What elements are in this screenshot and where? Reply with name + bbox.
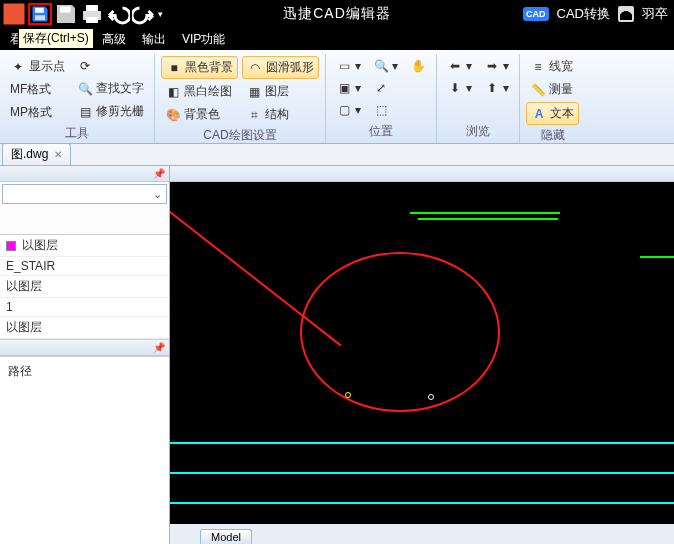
text-icon: A bbox=[531, 106, 547, 122]
saveas-button[interactable] bbox=[54, 3, 78, 25]
pos-btn-1[interactable]: ▭▾ bbox=[332, 56, 365, 76]
refresh-icon: ⟳ bbox=[77, 58, 93, 74]
layer-icon: ▦ bbox=[246, 84, 262, 100]
drawing-canvas[interactable] bbox=[170, 182, 674, 524]
list-item[interactable]: 以图层 bbox=[0, 235, 169, 257]
title-bar: ▾ 迅捷CAD编辑器 CAD CAD转换 羽卒 bbox=[0, 0, 674, 28]
trim-icon: ▤ bbox=[77, 104, 93, 120]
pos-btn-3[interactable]: ▢▾ bbox=[332, 100, 365, 120]
arrow-left-icon: ⬅ bbox=[447, 58, 463, 74]
point-icon: ✦ bbox=[10, 59, 26, 75]
palette-icon: 🎨 bbox=[165, 107, 181, 123]
group-label-tools: 工具 bbox=[65, 123, 89, 145]
layer-button[interactable]: ▦图层 bbox=[242, 81, 319, 102]
arrow-down-icon: ⬇ bbox=[447, 80, 463, 96]
anchor-point bbox=[345, 392, 351, 398]
undo-icon bbox=[106, 2, 130, 26]
pin-icon[interactable]: 📌 bbox=[153, 342, 165, 353]
svg-rect-2 bbox=[35, 15, 45, 20]
qat-dropdown[interactable]: ▾ bbox=[158, 9, 168, 19]
close-tab-icon[interactable]: ✕ bbox=[54, 149, 62, 160]
side-panel: 📌 ⌄ 以图层 E_STAIR 以图层 1 以图层 📌 路径 bbox=[0, 166, 170, 544]
arc-icon: ◠ bbox=[247, 60, 263, 76]
redo-icon bbox=[132, 2, 156, 26]
pin-icon[interactable]: 📌 bbox=[153, 168, 165, 179]
document-tab-bar: 图.dwg ✕ bbox=[0, 144, 674, 166]
document-tab[interactable]: 图.dwg ✕ bbox=[2, 143, 71, 165]
undo-button[interactable] bbox=[106, 3, 130, 25]
save-button[interactable] bbox=[28, 3, 52, 25]
black-bg-button[interactable]: ■黑色背景 bbox=[161, 56, 238, 79]
menu-vip[interactable]: VIP功能 bbox=[176, 29, 231, 50]
pane-header-top: 📌 bbox=[0, 166, 169, 182]
ribbon-group-draw-settings: ■黑色背景 ◧黑白绘图 🎨背景色 ◠圆滑弧形 ▦图层 ⌗结构 CAD绘图设置 bbox=[155, 54, 326, 143]
zoom-fit-btn[interactable]: ⤢ bbox=[369, 78, 402, 98]
search-icon: 🔍 bbox=[77, 81, 93, 97]
find-text-button[interactable]: 🔍查找文字 bbox=[73, 78, 148, 99]
document-tab-label: 图.dwg bbox=[11, 146, 48, 163]
arc-button[interactable]: ◠圆滑弧形 bbox=[242, 56, 319, 79]
wmf-button[interactable]: MF格式 bbox=[6, 79, 69, 100]
print-icon bbox=[80, 2, 104, 26]
user-avatar-icon[interactable] bbox=[618, 6, 634, 22]
redo-button[interactable] bbox=[132, 3, 156, 25]
canvas-area: Model bbox=[170, 166, 674, 544]
nav-up-button[interactable]: ⬆▾ bbox=[480, 78, 513, 98]
save-icon bbox=[30, 4, 50, 24]
measure-button[interactable]: 📏测量 bbox=[526, 79, 579, 100]
pane-header-mid: 📌 bbox=[0, 340, 169, 356]
group-label-position: 位置 bbox=[369, 121, 393, 143]
text-button[interactable]: A文本 bbox=[526, 102, 579, 125]
cad-convert-link[interactable]: CAD转换 bbox=[557, 5, 610, 23]
hand-icon: ✋ bbox=[410, 58, 426, 74]
bw-draw-button[interactable]: ◧黑白绘图 bbox=[161, 81, 238, 102]
app-menu-button[interactable] bbox=[2, 3, 26, 25]
cad-line bbox=[170, 472, 674, 474]
arrow-right-icon: ➡ bbox=[484, 58, 500, 74]
linewt-button[interactable]: ≡线宽 bbox=[526, 56, 579, 77]
menu-bar: 看器 编辑器 高级 输出 VIP功能 bbox=[0, 28, 674, 50]
property-list: 以图层 E_STAIR 以图层 1 以图层 bbox=[0, 234, 169, 340]
bg-color-button[interactable]: 🎨背景色 bbox=[161, 104, 238, 125]
ruler-icon: 📏 bbox=[530, 82, 546, 98]
nav-fwd-button[interactable]: ➡▾ bbox=[480, 56, 513, 76]
chevron-down-icon: ⌄ bbox=[153, 188, 162, 201]
menu-advanced[interactable]: 高级 bbox=[96, 29, 132, 50]
cad-line bbox=[418, 218, 558, 220]
user-name[interactable]: 羽卒 bbox=[642, 5, 668, 23]
zoom-all-btn[interactable]: ⬚ bbox=[369, 100, 402, 120]
arrow-up-icon: ⬆ bbox=[484, 80, 500, 96]
pan-btn[interactable]: ✋ bbox=[406, 56, 430, 76]
print-button[interactable] bbox=[80, 3, 104, 25]
app-title: 迅捷CAD编辑器 bbox=[283, 5, 391, 23]
show-point-button[interactable]: ✦显示点 bbox=[6, 56, 69, 77]
viewport-tab-model[interactable]: Model bbox=[200, 529, 252, 544]
viewport-tab-bar: Model bbox=[170, 524, 674, 544]
color-swatch-icon bbox=[6, 241, 16, 251]
list-item[interactable]: 以图层 bbox=[0, 317, 169, 339]
zoom-fit-icon: ⤢ bbox=[373, 80, 389, 96]
mp-button[interactable]: MP格式 bbox=[6, 102, 69, 123]
svg-rect-5 bbox=[86, 5, 98, 11]
trim-light-button[interactable]: ▤修剪光栅 bbox=[73, 101, 148, 122]
combo-select[interactable]: ⌄ bbox=[2, 184, 167, 204]
pos-btn-2[interactable]: ▣▾ bbox=[332, 78, 365, 98]
svg-rect-3 bbox=[60, 7, 71, 13]
nav-back-button[interactable]: ⬅▾ bbox=[443, 56, 476, 76]
cad-line bbox=[410, 212, 560, 214]
list-item[interactable]: E_STAIR bbox=[0, 257, 169, 276]
tree-root[interactable]: 路径 bbox=[8, 363, 161, 380]
rect-sel-icon: ▭ bbox=[336, 58, 352, 74]
main-area: 📌 ⌄ 以图层 E_STAIR 以图层 1 以图层 📌 路径 bbox=[0, 166, 674, 544]
zoom-btn[interactable]: 🔍▾ bbox=[369, 56, 402, 76]
group-label-hidden: 隐藏 bbox=[541, 125, 565, 147]
saveas-icon bbox=[54, 2, 78, 26]
refresh-button[interactable]: ⟳ bbox=[73, 56, 148, 76]
ribbon: ✦显示点 MF格式 MP格式 ⟳ 🔍查找文字 ▤修剪光栅 工具 ■黑色背景 ◧黑… bbox=[0, 50, 674, 144]
menu-output[interactable]: 输出 bbox=[136, 29, 172, 50]
list-item[interactable]: 1 bbox=[0, 298, 169, 317]
list-item[interactable]: 以图层 bbox=[0, 276, 169, 298]
zoom-icon: 🔍 bbox=[373, 58, 389, 74]
struct-button[interactable]: ⌗结构 bbox=[242, 104, 319, 125]
nav-down-button[interactable]: ⬇▾ bbox=[443, 78, 476, 98]
